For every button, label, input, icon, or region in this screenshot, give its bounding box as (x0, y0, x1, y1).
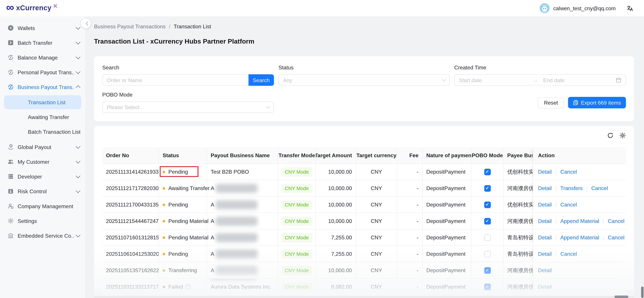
cell-order: 202511061041253020 (102, 246, 159, 262)
status-label: Pending (168, 251, 188, 257)
business-name-lead: A (211, 267, 214, 273)
cell-amount: 10,000.00 (316, 164, 356, 180)
sidebar-subitem-transaction-list[interactable]: Transaction List (4, 95, 81, 109)
cancel-link[interactable]: Cancel (560, 251, 577, 257)
sidebar-item-label: Wallets (18, 25, 74, 31)
sidebar-item-wallets[interactable]: ¥Wallets (0, 20, 85, 35)
cell-pobo: ✓ (472, 262, 504, 278)
cell-pobo (472, 246, 504, 262)
export-button[interactable]: Export 669 items (568, 97, 626, 108)
sidebar-item-business-payout-trans[interactable]: ¥Business Payout Trans... (0, 80, 85, 94)
append-material-link[interactable]: Append Material (560, 234, 599, 241)
xcurrency-infinity-logo-icon: ∞ (6, 3, 14, 11)
pobo-checkbox[interactable]: ✓ (484, 201, 490, 208)
cell-action: Detail (533, 262, 626, 278)
pobo-checkbox[interactable] (484, 234, 490, 241)
pobo-checkbox[interactable] (484, 251, 490, 257)
detail-link[interactable]: Detail (538, 218, 552, 224)
cancel-link[interactable]: Cancel (608, 218, 624, 224)
search-button[interactable]: Search (248, 74, 274, 86)
sidebar-item-label: Business Payout Trans... (18, 84, 74, 90)
sidebar-item-developer[interactable]: Developer (0, 169, 85, 184)
chevron-down-icon (76, 233, 80, 237)
embedded-service-icon (8, 232, 14, 239)
sidebar-item-my-customer[interactable]: My Customer (0, 154, 85, 169)
status-dot-icon (163, 253, 165, 255)
cell-name: Aurora Data Systems Inc. (207, 279, 278, 295)
cell-status: Pending Material (159, 230, 207, 246)
table-row: 202511121700433135PendingACNY Mode10,000… (102, 197, 626, 213)
sidebar-item-balance-manage[interactable]: ¥Balance Manage (0, 50, 85, 65)
detail-link[interactable]: Detail (538, 234, 552, 241)
cell-amount: 10,000.00 (316, 262, 356, 278)
chevron-down-icon (76, 40, 80, 44)
cell-mode: CNY Mode (278, 164, 316, 180)
transfers-link[interactable]: Transfers (560, 185, 582, 191)
cell-fee: - (397, 279, 422, 295)
vertical-scrollbar-thumb[interactable] (641, 287, 644, 298)
pobo-checkbox[interactable]: ✓ (484, 284, 490, 290)
sidebar-item-settings[interactable]: Settings (0, 213, 85, 228)
horizontal-scrollbar-track[interactable] (94, 296, 634, 298)
sidebar-item-label: Company Management (18, 203, 80, 209)
detail-link[interactable]: Detail (538, 284, 552, 290)
cell-order: 202511071601312815 (102, 230, 159, 246)
detail-link[interactable]: Detail (538, 185, 552, 191)
column-header-fee: Fee (397, 147, 422, 163)
search-input[interactable] (102, 74, 248, 86)
refresh-icon[interactable] (607, 132, 614, 139)
cell-mode: CNY Mode (278, 279, 316, 295)
status-dot-icon (163, 203, 165, 206)
filters-card: Search Search Status Any (94, 56, 634, 121)
sidebar-subitem-awaiting-transfer[interactable]: Awaiting Transfer (4, 110, 81, 124)
cell-currency: CNY (356, 164, 397, 180)
svg-text:$: $ (10, 145, 12, 147)
avatar[interactable] (540, 3, 550, 13)
horizontal-scrollbar-thumb[interactable] (614, 296, 628, 298)
reset-button[interactable]: Reset (538, 97, 564, 108)
cell-currency: CNY (356, 279, 397, 295)
pobo-mode-select[interactable]: Please Select (102, 101, 274, 113)
pobo-checkbox[interactable]: ✓ (484, 185, 490, 191)
sidebar-item-embedded-service-co[interactable]: Embedded Service Co... (0, 228, 85, 243)
cancel-link[interactable]: Cancel (560, 202, 577, 208)
cell-name: Test B2B POBO (207, 164, 278, 180)
sidebar-subitem-batch-transaction-list[interactable]: Batch Transaction List (4, 125, 81, 139)
sidebar-item-personal-payout-trans[interactable]: ¥Personal Payout Trans... (0, 65, 85, 80)
cell-payee: 青岛初特设备 (504, 230, 533, 246)
chevron-left-icon (86, 21, 90, 25)
breadcrumb-parent-link[interactable]: Business Payout Transactions (94, 23, 166, 30)
sidebar-item-company-management[interactable]: Company Management (0, 199, 85, 213)
pobo-checkbox[interactable]: ✓ (484, 218, 490, 224)
cell-order: 202511131414261933 (102, 164, 159, 180)
table-row: 202511131414261933PendingTest B2B POBOCN… (102, 164, 626, 180)
date-range-picker[interactable]: Start date → End date (454, 74, 626, 86)
status-select[interactable]: Any (278, 74, 450, 86)
sidebar-item-risk-control[interactable]: Risk Control (0, 184, 85, 199)
cell-fee: - (397, 164, 422, 180)
table-settings-icon[interactable] (619, 132, 626, 139)
language-switch-icon[interactable] (626, 5, 634, 11)
cancel-link[interactable]: Cancel (608, 234, 624, 241)
business-payout-icon: ¥ (8, 84, 14, 90)
calendar-icon (616, 77, 621, 83)
pobo-checkbox[interactable]: ✓ (484, 267, 490, 274)
personal-payout-icon: ¥ (8, 69, 14, 75)
detail-link[interactable]: Detail (538, 169, 552, 175)
cancel-link[interactable]: Cancel (591, 185, 608, 191)
detail-link[interactable]: Detail (538, 267, 552, 273)
help-icon[interactable]: ? (186, 284, 191, 290)
cancel-link[interactable]: Cancel (560, 169, 577, 175)
business-name-lead: A (211, 234, 214, 241)
sidebar-item-batch-transfer[interactable]: Batch Transfer (0, 35, 85, 50)
sidebar-item-global-payout[interactable]: $Global Payout (0, 140, 85, 154)
breadcrumb-current: Transaction List (174, 23, 211, 30)
detail-link[interactable]: Detail (538, 202, 552, 208)
detail-link[interactable]: Detail (538, 251, 552, 257)
append-material-link[interactable]: Append Material (560, 218, 599, 224)
pobo-mode-label: POBO Mode (102, 91, 274, 98)
sidebar-collapse-button[interactable] (81, 18, 91, 28)
pobo-checkbox[interactable]: ✓ (484, 168, 490, 175)
status-label: Pending (168, 169, 188, 175)
cell-amount: 10,000.00 (316, 213, 356, 229)
